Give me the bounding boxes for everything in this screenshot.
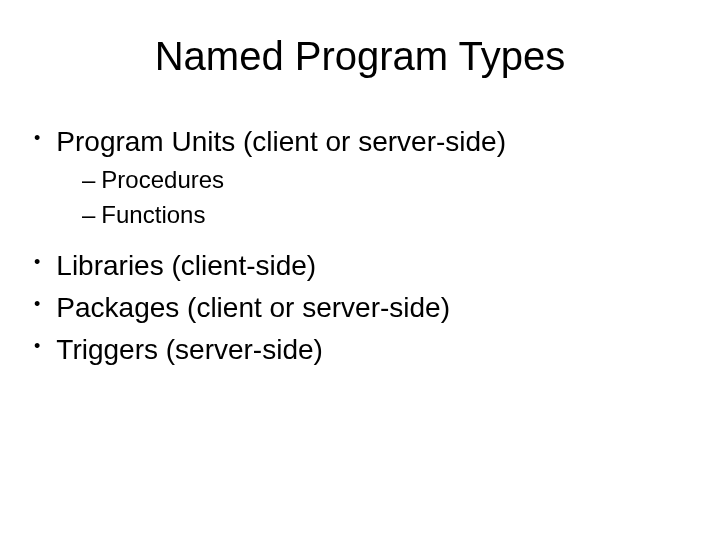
spacer bbox=[34, 233, 690, 245]
bullet-packages: • Packages (client or server-side) bbox=[34, 287, 690, 329]
subbullet-procedures: – Procedures bbox=[34, 163, 690, 198]
bullet-text: Program Units (client or server-side) bbox=[56, 121, 506, 163]
subbullet-functions: – Functions bbox=[34, 198, 690, 233]
bullet-program-units: • Program Units (client or server-side) bbox=[34, 121, 690, 163]
bullet-dot-icon: • bbox=[34, 295, 40, 313]
bullet-text: Procedures bbox=[101, 163, 224, 198]
bullet-text: Triggers (server-side) bbox=[56, 329, 323, 371]
dash-icon: – bbox=[82, 198, 95, 233]
bullet-libraries: • Libraries (client-side) bbox=[34, 245, 690, 287]
bullet-dot-icon: • bbox=[34, 337, 40, 355]
slide-title: Named Program Types bbox=[30, 34, 690, 79]
bullet-dot-icon: • bbox=[34, 253, 40, 271]
bullet-dot-icon: • bbox=[34, 129, 40, 147]
slide: Named Program Types • Program Units (cli… bbox=[0, 0, 720, 540]
bullet-text: Packages (client or server-side) bbox=[56, 287, 450, 329]
bullet-text: Libraries (client-side) bbox=[56, 245, 316, 287]
bullet-text: Functions bbox=[101, 198, 205, 233]
slide-content: • Program Units (client or server-side) … bbox=[30, 121, 690, 371]
bullet-triggers: • Triggers (server-side) bbox=[34, 329, 690, 371]
dash-icon: – bbox=[82, 163, 95, 198]
